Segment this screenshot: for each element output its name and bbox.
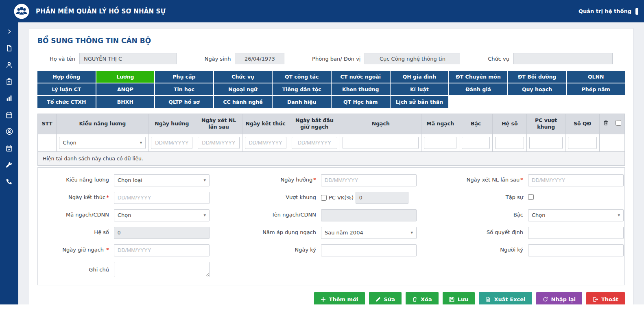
col-pc-vuot-khung: PC vượt khung (527, 114, 565, 134)
filter-ngay-xet-nl-input[interactable] (198, 137, 239, 149)
filter-stt-cell (38, 134, 57, 151)
tab-qt-học-hàm[interactable]: QT Học hàm (332, 96, 390, 108)
tabs-bar: Hợp đồngLươngPhụ cấpChức vụQT công tácCT… (37, 71, 625, 108)
he-so-input (114, 227, 210, 239)
bac-select[interactable]: Chọn ▾ (528, 209, 624, 221)
tab-qlnn[interactable]: QLNN (567, 71, 625, 83)
phone-icon[interactable] (4, 177, 14, 186)
tab-chức-vụ[interactable]: Chức vụ (214, 71, 272, 83)
tab-khen-thưởng[interactable]: Khen thưởng (332, 83, 390, 95)
tab-lịch-sử-bản-thân[interactable]: Lịch sử bản thân (391, 96, 449, 108)
document-icon[interactable] (4, 43, 14, 53)
nam-ap-dung-select[interactable]: Sau năm 2004 ▾ (321, 227, 417, 239)
tab-phụ-cấp[interactable]: Phụ cấp (155, 71, 213, 83)
ngay-giu-ngach-input[interactable] (114, 244, 210, 256)
kieu-nang-luong-select[interactable]: Chọn loại ▾ (114, 174, 210, 186)
admin-menu[interactable]: Quản trị hệ thống (579, 8, 631, 14)
content-card: BỔ SUNG THÔNG TIN CÁN BỘ Họ và tên NGUYỄ… (29, 28, 633, 313)
tab-đánh-giá[interactable]: Đánh giá (449, 83, 507, 95)
tab-danh-hiệu[interactable]: Danh hiệu (273, 96, 331, 108)
filter-bac-input[interactable] (462, 137, 490, 149)
user-icon[interactable] (4, 60, 14, 70)
ma-ngach-select[interactable]: Chọn ▾ (114, 209, 210, 221)
nguoi-ky-input[interactable] (528, 244, 624, 256)
position-label: Chức vụ (488, 56, 509, 62)
col-ngach: Ngạch (340, 114, 421, 134)
tab-cc-hành-nghề[interactable]: CC hành nghề (214, 96, 272, 108)
app-title: PHẦN MỀM QUẢN LÝ HỒ SƠ NHÂN SỰ (36, 8, 166, 15)
filter-trash-cell (600, 134, 612, 151)
filter-he-so-input[interactable] (495, 137, 524, 149)
col-bac: Bậc (459, 114, 492, 134)
col-ngay-huong: Ngày hưởng (148, 114, 195, 134)
col-ma-ngach: Mã ngạch (421, 114, 459, 134)
ghi-chu-textarea[interactable] (114, 262, 210, 277)
ngay-ket-thuc-input[interactable] (114, 192, 210, 204)
select-all-checkbox[interactable] (612, 114, 625, 134)
filter-ngay-ket-thuc-input[interactable] (245, 137, 286, 149)
tab-lương[interactable]: Lương (96, 71, 155, 83)
ngay-ky-input[interactable] (321, 244, 417, 256)
filter-pc-vuot-khung-input[interactable] (529, 137, 563, 149)
filter-so-qd-input[interactable] (568, 137, 597, 149)
department-value: Cục Công nghệ thông tin (365, 53, 460, 64)
dob-label: Ngày sinh (205, 56, 231, 62)
tab-bhxh[interactable]: BHXH (96, 96, 155, 108)
tab-hợp-đồng[interactable]: Hợp đồng (37, 71, 96, 83)
ngay-ky-label: Ngày ký (214, 247, 316, 254)
wrench-tools-icon[interactable] (4, 160, 14, 170)
salary-records-table: STT Kiểu nâng lương Ngày hưởng Ngày xét … (37, 114, 625, 166)
calendar-icon[interactable] (4, 110, 14, 120)
tab-tiếng-dân-tộc[interactable]: Tiếng dân tộc (273, 83, 331, 95)
tab-qltp-hồ-sơ[interactable]: QLTP hồ sơ (155, 96, 213, 108)
user-avatar-fragment (635, 8, 638, 15)
tab-ct-nước-ngoài[interactable]: CT nước ngoài (332, 71, 390, 83)
calendar-check-icon[interactable] (4, 143, 14, 153)
tab-quy-hoạch[interactable]: Quy hoạch (508, 83, 566, 95)
tab-đt-chuyên-môn[interactable]: ĐT Chuyên môn (449, 71, 507, 83)
tab-đt-bồi-dưỡng[interactable]: ĐT Bồi dưỡng (508, 71, 566, 83)
ghi-chu-label: Ghi chú (42, 267, 109, 274)
filter-ngay-huong-input[interactable] (151, 137, 192, 149)
tab-row: Lý luận CTANQPTin họcNgoại ngữTiếng dân … (37, 83, 625, 95)
ngay-xet-nl-input[interactable] (528, 174, 624, 186)
trash-icon (412, 297, 417, 302)
tab-qh-gia-đình[interactable]: QH gia đình (391, 71, 449, 83)
tap-su-checkbox[interactable] (528, 194, 534, 200)
empty-list-message: Hiện tại danh sách này chưa có dữ liệu. (38, 151, 625, 165)
filter-ngay-bat-dau-input[interactable] (292, 137, 337, 149)
tab-row: Tổ chức CTXHBHXHQLTP hồ sơCC hành nghềDa… (37, 96, 625, 108)
clipboard-icon[interactable] (4, 77, 14, 86)
dob-value: 26/04/1973 (235, 53, 284, 64)
col-ngay-ket-thuc: Ngày kết thúc (242, 114, 289, 134)
tab-lý-luận-ct[interactable]: Lý luận CT (37, 83, 96, 95)
tab-ngoại-ngữ[interactable]: Ngoại ngữ (214, 83, 272, 95)
so-quyet-dinh-input[interactable] (528, 227, 624, 239)
pc-vk-checkbox[interactable] (321, 195, 327, 201)
he-so-label: Hệ số (42, 229, 109, 236)
tab-kỉ-luật[interactable]: Kỉ luật (391, 83, 449, 95)
filter-ngach-input[interactable] (343, 137, 419, 149)
tab-anqp[interactable]: ANQP (96, 83, 155, 95)
sidebar-expand-chevron-icon[interactable] (4, 26, 14, 36)
bar-chart-icon[interactable] (4, 93, 14, 103)
chevron-down-icon: ▾ (203, 212, 206, 218)
user-circle-icon[interactable] (4, 127, 14, 136)
bac-label: Bậc (421, 212, 523, 219)
kieu-nang-luong-value: Chọn loại (118, 177, 142, 183)
ngay-giu-ngach-label: Ngày giữ ngạch * (42, 247, 109, 254)
delete-all-trash-icon[interactable] (600, 114, 612, 134)
table-header-row: STT Kiểu nâng lương Ngày hưởng Ngày xét … (38, 114, 625, 134)
tab-tin-học[interactable]: Tin học (155, 83, 213, 95)
filter-ma-ngach-input[interactable] (424, 137, 456, 149)
position-value (513, 53, 613, 64)
tab-phép-năm[interactable]: Phép năm (567, 83, 625, 95)
col-ngay-xet-nl: Ngày xét NL lần sau (195, 114, 242, 134)
tab-tổ-chức-ctxh[interactable]: Tổ chức CTXH (37, 96, 96, 108)
ngay-huong-input[interactable] (321, 174, 417, 186)
select-all-checkbox-input[interactable] (616, 120, 621, 126)
department-label: Phòng ban/ Đơn vị (312, 56, 360, 62)
tab-qt-công-tác[interactable]: QT công tác (273, 71, 331, 83)
vuot-khung-label: Vượt khung (214, 194, 316, 201)
filter-kieu-nang-luong-select[interactable]: Chọn ▾ (59, 137, 146, 149)
